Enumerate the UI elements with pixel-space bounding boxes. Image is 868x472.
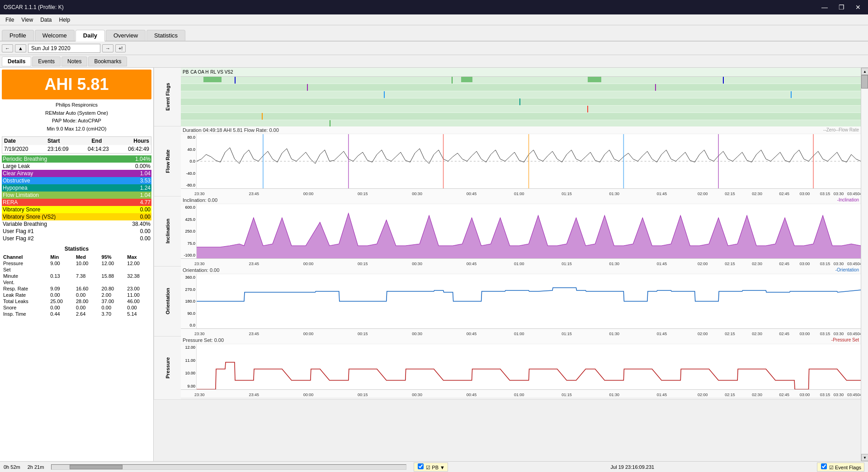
close-button[interactable]: ✕	[852, 3, 864, 12]
svg-text:02:00: 02:00	[698, 262, 708, 266]
svg-text:03:30: 03:30	[834, 332, 844, 336]
pressure-time-axis: 23:30 23:45 00:00 00:15 00:30 00:45 01:0…	[181, 389, 861, 397]
menu-view[interactable]: View	[18, 16, 37, 24]
event-row-user-flag2: User Flag #2 0.00	[2, 235, 151, 242]
svg-text:03:15: 03:15	[820, 332, 830, 336]
session-header: Date Start End Hours	[2, 137, 151, 145]
nav-forward-button[interactable]: →	[102, 44, 113, 52]
svg-text:00:00: 00:00	[303, 332, 314, 336]
statusbar: 0h 52m 2h 21m ☑ PB ▼ Jul 19 23:16:09.231…	[0, 461, 868, 472]
svg-text:01:30: 01:30	[609, 262, 620, 266]
svg-text:01:15: 01:15	[561, 192, 572, 196]
svg-rect-20	[588, 77, 601, 82]
flow-rate-chart: Flow Rate Duration 04:49:18 AHI 5.81 Flo…	[154, 126, 861, 196]
nav-extra-button[interactable]: +!	[115, 44, 126, 52]
minimize-button[interactable]: —	[818, 3, 831, 12]
device-mode: PAP Mode: AutoCPAP	[2, 117, 151, 125]
flow-rate-y-axis: 80.0 40.0 0.0 -40.0 -80.0	[181, 134, 197, 188]
svg-text:03:30: 03:30	[834, 262, 844, 266]
svg-text:01:30: 01:30	[609, 192, 620, 196]
svg-text:04:00: 04:00	[857, 393, 861, 397]
flow-rate-time-axis: 23:30 23:45 00:00 00:15 00:30 00:45 01:0…	[181, 188, 861, 196]
statusbar-scrollbar[interactable]	[51, 464, 406, 470]
svg-text:02:45: 02:45	[779, 393, 790, 397]
subtab-details[interactable]: Details	[2, 56, 31, 66]
scrollbar-thumb[interactable]	[70, 465, 123, 469]
svg-rect-3	[181, 98, 861, 105]
event-label: Hypopnea	[3, 185, 28, 191]
orientation-y-axis: 360.0 270.0 180.0 90.0 0.0	[181, 274, 197, 328]
nav-up-button[interactable]: ▲	[15, 44, 26, 52]
svg-rect-19	[461, 77, 472, 82]
pressure-label: Pressure	[154, 336, 181, 399]
svg-text:02:00: 02:00	[698, 393, 708, 397]
orientation-area: Orientation: 0.00 -Orientation 360.0 270…	[181, 266, 861, 336]
scroll-up-button[interactable]: ▲	[861, 68, 868, 75]
svg-text:00:15: 00:15	[358, 393, 368, 397]
tab-overview[interactable]: Overview	[106, 30, 146, 41]
tab-welcome[interactable]: Welcome	[35, 30, 75, 41]
event-value: 1.04%	[135, 156, 151, 162]
svg-text:00:45: 00:45	[467, 192, 477, 196]
svg-text:23:45: 23:45	[249, 262, 259, 266]
svg-text:00:30: 00:30	[412, 192, 422, 196]
menu-help[interactable]: Help	[56, 16, 74, 24]
menu-data[interactable]: Data	[37, 16, 55, 24]
inclination-label: Inclination	[154, 196, 181, 266]
stats-row-set: Set	[2, 266, 151, 273]
scroll-thumb[interactable]	[861, 75, 868, 89]
svg-text:02:30: 02:30	[752, 262, 762, 266]
svg-text:01:45: 01:45	[657, 192, 667, 196]
flow-rate-header: Duration 04:49:18 AHI 5.81 Flow Rate: 0.…	[181, 126, 861, 134]
subtab-notes[interactable]: Notes	[61, 56, 87, 66]
svg-text:01:15: 01:15	[561, 332, 572, 336]
event-label: RERA	[3, 199, 18, 206]
device-info: Philips Respironics REMstar Auto (System…	[2, 101, 151, 133]
svg-text:23:45: 23:45	[249, 192, 259, 196]
svg-text:04:00: 04:00	[857, 332, 861, 336]
svg-text:00:00: 00:00	[303, 393, 314, 397]
subtab-events[interactable]: Events	[32, 56, 61, 66]
maximize-button[interactable]: ❐	[835, 3, 848, 12]
svg-text:03:45: 03:45	[847, 332, 858, 336]
tab-daily[interactable]: Daily	[75, 30, 105, 42]
svg-text:02:15: 02:15	[725, 332, 735, 336]
tab-profile[interactable]: Profile	[2, 30, 34, 41]
right-scrollbar: ▲ ▼	[861, 68, 868, 461]
svg-text:03:30: 03:30	[834, 192, 844, 196]
inclination-area: Inclination: 0.00 -Inclination 600.0 425…	[181, 196, 861, 266]
menu-file[interactable]: File	[2, 16, 18, 24]
pb-checkbox[interactable]	[418, 463, 424, 469]
main-tabbar: Profile Welcome Daily Overview Statistic…	[0, 25, 868, 42]
svg-text:03:45: 03:45	[847, 393, 858, 397]
svg-text:23:45: 23:45	[249, 393, 259, 397]
session-start-label: Start	[47, 138, 60, 144]
svg-text:02:00: 02:00	[698, 332, 708, 336]
flow-rate-legend: --Zero--Flow Rate	[823, 127, 859, 132]
flow-rate-chart-body: 80.0 40.0 0.0 -40.0 -80.0	[181, 134, 861, 188]
inclination-header: Inclination: 0.00 -Inclination	[181, 196, 861, 204]
statusbar-event-flags: ☑ Event Flags	[817, 463, 864, 472]
device-pressure: Min 9.0 Max 12.0 (cmH2O)	[2, 125, 151, 133]
svg-text:00:15: 00:15	[358, 262, 368, 266]
svg-text:03:15: 03:15	[820, 262, 830, 266]
event-row-hypopnea: Hypopnea 1.24	[2, 184, 151, 192]
ahi-box: AHI 5.81	[2, 70, 151, 99]
event-row-obstructive: Obstructive 3.53	[2, 177, 151, 184]
date-input[interactable]	[28, 44, 100, 53]
event-label: Vibratory Snore	[3, 206, 40, 213]
tab-statistics[interactable]: Statistics	[146, 30, 185, 41]
statistics-title: Statistics	[2, 246, 151, 252]
session-values: 7/19/2020 23:16:09 04:14:23 06:42:49	[2, 145, 151, 153]
scroll-down-button[interactable]: ▼	[861, 454, 868, 461]
svg-text:02:15: 02:15	[725, 192, 735, 196]
event-flags-checkbox[interactable]	[821, 463, 827, 469]
svg-rect-89	[197, 274, 861, 328]
event-label: Obstructive	[3, 178, 30, 184]
subtab-bookmarks[interactable]: Bookmarks	[88, 56, 127, 66]
event-label: Clear Airway	[3, 170, 33, 177]
event-value: 1.04	[140, 192, 151, 198]
svg-text:01:15: 01:15	[561, 393, 572, 397]
nav-back-button[interactable]: ←	[2, 44, 13, 52]
orientation-legend: -Orientation	[835, 267, 859, 272]
